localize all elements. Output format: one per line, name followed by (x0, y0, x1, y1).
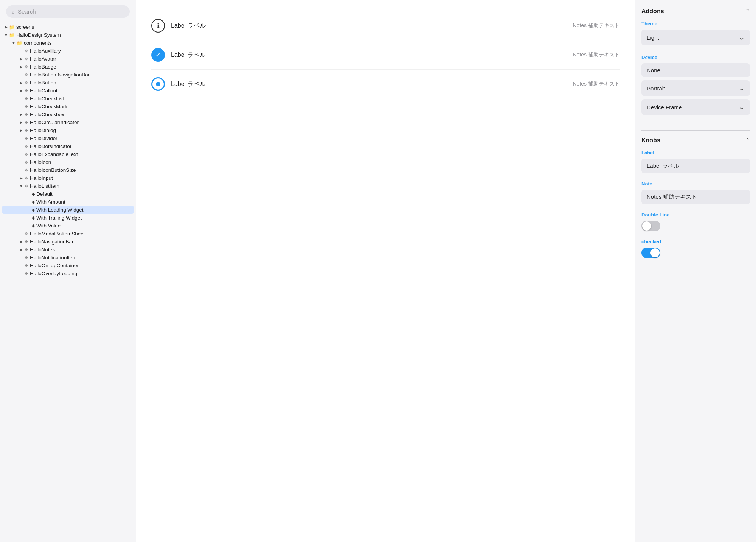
item-notes: Notes 補助テキスト (565, 51, 620, 58)
search-box[interactable]: ⌕ Search (6, 5, 130, 18)
tree-item-HalloButton[interactable]: HalloButton (2, 79, 134, 87)
tree-chevron (18, 112, 24, 117)
label-knob-input[interactable]: Label ラベル (641, 159, 750, 173)
theme-select[interactable]: Light (641, 30, 750, 45)
component-icon (24, 112, 28, 117)
device-portrait-select[interactable]: Portrait (641, 80, 750, 96)
tree-chevron (18, 176, 24, 180)
tree-item-HalloAuxiliary[interactable]: HalloAuxiliary (2, 47, 134, 55)
device-label: Device (641, 55, 750, 60)
tree-item-HalloCallout[interactable]: HalloCallout (2, 87, 134, 95)
search-container: ⌕ Search (0, 0, 136, 23)
tree-item-HalloDivider[interactable]: HalloDivider (2, 134, 134, 142)
double-line-section: Double Line (641, 212, 750, 233)
leading-widget-circle (151, 77, 165, 91)
component-icon (24, 168, 28, 173)
component-icon (24, 255, 28, 260)
knobs-collapse-icon[interactable] (745, 137, 750, 144)
component-icon (24, 120, 28, 125)
component-icon (24, 80, 28, 86)
tree-item-label: HalloCheckbox (30, 112, 64, 117)
tree-item-HalloOnTapContainer[interactable]: HalloOnTapContainer (2, 262, 134, 269)
tree-item-WithLeadingWidget[interactable]: With Leading Widget (2, 206, 134, 214)
component-icon (24, 239, 28, 245)
list-item-row: ✓Label ラベルNotes 補助テキスト (151, 40, 620, 70)
diamond-icon (32, 215, 35, 220)
tree-item-HalloIcon[interactable]: HalloIcon (2, 158, 134, 166)
component-icon (24, 144, 28, 149)
component-icon (24, 136, 28, 141)
component-icon (24, 48, 28, 54)
tree-item-label: HalloListItem (30, 183, 59, 189)
tree-item-label: HalloOverlayLoading (30, 271, 77, 276)
device-section: Device None Portrait Device Frame (641, 55, 750, 118)
addons-section-header: Addons (641, 8, 750, 15)
tree-item-HalloBottomNavigationBar[interactable]: HalloBottomNavigationBar (2, 71, 134, 79)
right-panel: Addons Theme Light Device None Portrait … (635, 0, 756, 542)
tree-item-Default[interactable]: Default (2, 190, 134, 198)
addons-collapse-icon[interactable] (745, 8, 750, 15)
list-item-row: ℹLabel ラベルNotes 補助テキスト (151, 11, 620, 40)
tree-item-HalloOverlayLoading[interactable]: HalloOverlayLoading (2, 269, 134, 277)
tree-item-HalloCheckbox[interactable]: HalloCheckbox (2, 111, 134, 118)
tree-item-HalloCheckList[interactable]: HalloCheckList (2, 95, 134, 103)
tree-item-WithValue[interactable]: With Value (2, 222, 134, 230)
tree-item-label: HalloBottomNavigationBar (30, 72, 90, 78)
tree-item-HalloIconButtonSize[interactable]: HalloIconButtonSize (2, 166, 134, 174)
tree-item-HalloListItem[interactable]: HalloListItem (2, 182, 134, 190)
item-notes: Notes 補助テキスト (565, 81, 620, 87)
device-none-select[interactable]: None (641, 63, 750, 77)
tree-item-label: With Trailing Widget (36, 215, 82, 221)
tree-item-label: HalloDotsIndicator (30, 143, 71, 149)
item-text-group: Label ラベル (171, 80, 565, 88)
tree-item-label: HalloCheckList (30, 96, 64, 101)
device-frame-value: Device Frame (647, 104, 682, 111)
tree-item-WithTrailingWidget[interactable]: With Trailing Widget (2, 214, 134, 222)
tree-item-HalloNavigationBar[interactable]: HalloNavigationBar (2, 238, 134, 246)
tree-item-label: HalloButton (30, 80, 56, 86)
search-input[interactable]: Search (18, 8, 36, 15)
tree-item-HalloAvatar[interactable]: HalloAvatar (2, 55, 134, 63)
component-icon (24, 152, 28, 157)
double-line-toggle-container (641, 221, 750, 231)
tree-item-screens[interactable]: 📁 screens (2, 23, 134, 31)
tree-item-HalloNotificationItem[interactable]: HalloNotificationItem (2, 254, 134, 262)
tree-item-HalloDotsIndicator[interactable]: HalloDotsIndicator (2, 142, 134, 150)
tree-item-HalloBadge[interactable]: HalloBadge (2, 63, 134, 71)
tree-chevron (18, 81, 24, 85)
tree-item-HalloCircularIndicator[interactable]: HalloCircularIndicator (2, 118, 134, 126)
tree-item-HalloCheckMark[interactable]: HalloCheckMark (2, 103, 134, 111)
checked-toggle-container (641, 248, 750, 258)
double-line-toggle[interactable] (641, 221, 660, 231)
tree-item-HalloInput[interactable]: HalloInput (2, 174, 134, 182)
tree-chevron (18, 248, 24, 252)
tree-container: 📁 screens📁 HalloDesignSystem📁 components… (0, 23, 136, 542)
device-frame-select[interactable]: Device Frame (641, 99, 750, 115)
theme-section: Theme Light (641, 21, 750, 48)
tree-chevron (18, 240, 24, 244)
note-knob-section: Note Notes 補助テキスト (641, 181, 750, 206)
tree-item-label: HalloDialog (30, 128, 56, 133)
tree-item-HalloDialog[interactable]: HalloDialog (2, 126, 134, 134)
tree-item-label: HalloInput (30, 175, 53, 181)
label-knob-section: Label Label ラベル (641, 150, 750, 175)
tree-chevron (18, 184, 24, 188)
tree-item-label: HalloIconButtonSize (30, 167, 76, 173)
tree-item-components[interactable]: 📁 components (2, 39, 134, 47)
leading-widget-info: ℹ (151, 19, 165, 33)
tree-item-HalloNotes[interactable]: HalloNotes (2, 246, 134, 254)
component-icon (24, 271, 28, 276)
tree-item-HalloDesignSystem[interactable]: 📁 HalloDesignSystem (2, 31, 134, 39)
checked-toggle[interactable] (641, 248, 660, 258)
tree-item-label: HalloCircularIndicator (30, 120, 79, 125)
tree-item-HalloModalBottomSheet[interactable]: HalloModalBottomSheet (2, 230, 134, 238)
tree-item-label: HalloOnTapContainer (30, 263, 79, 268)
checked-toggle-knob (650, 248, 660, 257)
tree-chevron (3, 25, 9, 29)
list-item-row: Label ラベルNotes 補助テキスト (151, 70, 620, 98)
checked-label: checked (641, 239, 750, 245)
note-knob-input[interactable]: Notes 補助テキスト (641, 190, 750, 204)
search-icon: ⌕ (11, 8, 15, 15)
tree-item-WithAmount[interactable]: With Amount (2, 198, 134, 206)
tree-item-HalloExpandableText[interactable]: HalloExpandableText (2, 150, 134, 158)
